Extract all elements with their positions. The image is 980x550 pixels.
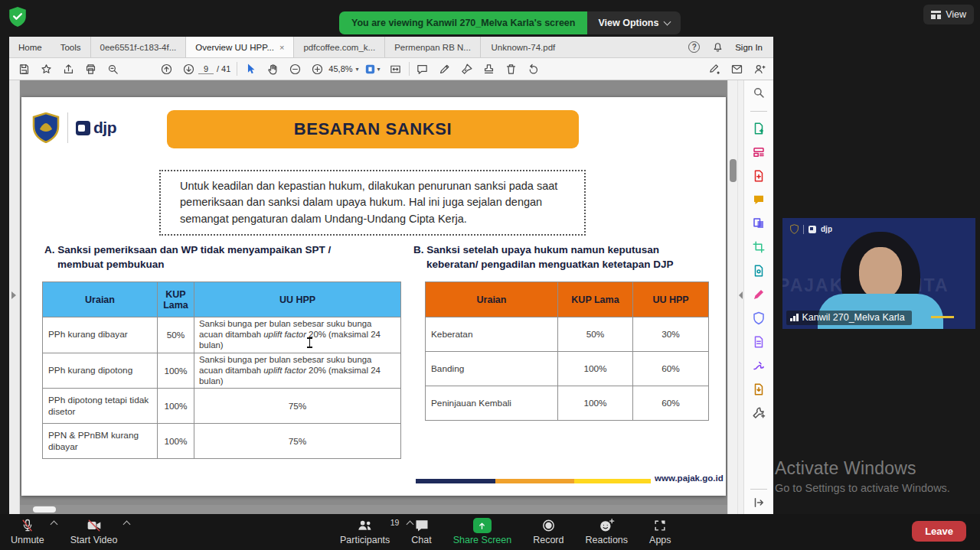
meeting-top-bar: You are viewing Kanwil 270_Melva Karla's… bbox=[0, 0, 980, 37]
comment-icon[interactable] bbox=[416, 62, 430, 76]
tab-tools[interactable]: Tools bbox=[51, 37, 90, 57]
compress-pdf-icon[interactable] bbox=[752, 264, 766, 278]
account-icon[interactable] bbox=[752, 62, 766, 76]
unmute-button[interactable]: Unmute bbox=[11, 516, 44, 545]
participants-button[interactable]: 19 Participants bbox=[340, 516, 390, 545]
document-canvas[interactable]: djp BESARAN SANKSI Untuk keadilan dan ke… bbox=[20, 80, 727, 514]
favorite-star-icon[interactable] bbox=[39, 62, 53, 76]
intro-text: Untuk keadilan dan kepastian hukum, dila… bbox=[180, 178, 565, 226]
fill-sign-icon[interactable] bbox=[752, 359, 766, 373]
record-icon bbox=[541, 518, 557, 533]
kemenkeu-logo bbox=[32, 112, 60, 143]
edit-pdf-icon[interactable] bbox=[752, 288, 766, 301]
table-row: Banding 100% 60% bbox=[426, 352, 709, 386]
table-row: Keberatan 50% 30% bbox=[426, 317, 709, 352]
horizontal-scrollbar[interactable] bbox=[20, 505, 727, 514]
reactions-icon bbox=[598, 518, 616, 533]
sidebar-divider bbox=[750, 111, 767, 112]
record-button[interactable]: Record bbox=[533, 516, 564, 545]
security-shield-icon[interactable] bbox=[8, 6, 28, 28]
share-screen-button[interactable]: Share Screen bbox=[453, 516, 511, 545]
vertical-scroll-thumb[interactable] bbox=[730, 159, 737, 182]
tab-file-4[interactable]: Permenpan RB N... bbox=[384, 37, 480, 57]
page-down-icon[interactable] bbox=[181, 62, 195, 76]
col-header: Uraian bbox=[426, 282, 558, 317]
print-icon[interactable] bbox=[83, 62, 97, 76]
chevron-down-icon[interactable]: ▾ bbox=[377, 66, 381, 73]
tab-home[interactable]: Home bbox=[9, 37, 51, 57]
extract-pages-icon[interactable] bbox=[752, 382, 766, 396]
view-button[interactable]: View bbox=[923, 5, 974, 24]
tab-file-3[interactable]: pdfcoffee.com_k... bbox=[293, 37, 384, 57]
mic-muted-icon bbox=[20, 518, 35, 533]
start-video-button[interactable]: Start Video bbox=[70, 516, 118, 545]
tools-sidebar bbox=[743, 80, 773, 514]
vertical-scrollbar[interactable] bbox=[727, 80, 737, 514]
crop-pages-icon[interactable] bbox=[752, 240, 766, 254]
view-options-button[interactable]: View Options bbox=[587, 11, 681, 34]
participants-count: 19 bbox=[390, 518, 400, 527]
apps-button[interactable]: Apps bbox=[649, 516, 671, 545]
reactions-button[interactable]: Reactions bbox=[585, 516, 628, 545]
tab-file-1[interactable]: 0ee6551f-c183-4f... bbox=[90, 37, 186, 57]
intro-text-box: Untuk keadilan dan kepastian hukum, dila… bbox=[159, 170, 586, 236]
bell-icon[interactable] bbox=[710, 41, 724, 54]
more-tools-icon[interactable] bbox=[752, 406, 766, 420]
save-icon[interactable] bbox=[17, 62, 31, 76]
slide-title: BESARAN SANKSI bbox=[167, 110, 579, 148]
delete-icon[interactable] bbox=[505, 62, 518, 76]
zoom-level-value: 45,8% bbox=[328, 64, 352, 73]
help-icon[interactable]: ? bbox=[688, 41, 700, 53]
collapse-panel-icon[interactable] bbox=[752, 496, 766, 509]
chevron-up-icon[interactable] bbox=[123, 521, 131, 529]
screen-share-banner: You are viewing Kanwil 270_Melva Karla's… bbox=[339, 11, 681, 34]
apps-icon bbox=[652, 518, 668, 533]
organize-pages-icon[interactable] bbox=[752, 145, 766, 159]
table-row: PPh kurang dipotong 100% Sanksi bunga pe… bbox=[43, 353, 401, 389]
signature-icon[interactable] bbox=[460, 62, 474, 76]
chevron-down-icon: ▾ bbox=[356, 66, 359, 73]
sign-in-button[interactable]: Sign In bbox=[735, 43, 763, 52]
right-panel-handle[interactable] bbox=[737, 80, 743, 514]
leave-button[interactable]: Leave bbox=[912, 521, 966, 542]
zoom-level-dropdown[interactable]: 45,8% ▾ bbox=[328, 64, 358, 73]
sidebar-comment-icon[interactable] bbox=[752, 193, 766, 207]
signal-bars-icon bbox=[790, 314, 799, 321]
pen-tools-icon[interactable] bbox=[707, 62, 721, 76]
hand-tool-icon[interactable] bbox=[266, 62, 279, 76]
nav-panel-handle[interactable] bbox=[9, 80, 20, 514]
sidebar-search-icon[interactable] bbox=[752, 86, 766, 99]
table-row: PPh dipotong tetapi tidak disetor 100% 7… bbox=[43, 389, 401, 424]
convert-icon[interactable] bbox=[752, 216, 766, 230]
participant-video-tile[interactable]: PAJAK K KITA PAJAK K KITA PAJAK K KITA d… bbox=[782, 218, 975, 329]
chevron-up-icon[interactable] bbox=[50, 521, 57, 529]
email-icon[interactable] bbox=[730, 62, 743, 76]
chat-button[interactable]: Chat bbox=[411, 516, 431, 545]
text-cursor bbox=[306, 337, 313, 348]
create-pdf-icon[interactable] bbox=[752, 122, 766, 135]
col-header: UU HPP bbox=[194, 282, 401, 317]
share-upload-icon[interactable] bbox=[61, 62, 75, 76]
search-icon[interactable] bbox=[106, 62, 119, 76]
pdf-plus-icon[interactable] bbox=[752, 169, 766, 183]
kemenkeu-logo bbox=[790, 224, 799, 234]
pencil-icon[interactable] bbox=[438, 62, 452, 76]
zoom-out-icon[interactable] bbox=[288, 62, 302, 76]
stamp-icon[interactable] bbox=[482, 62, 496, 76]
pdf-toolbar: 9 / 41 45,8% ▾ ▾ bbox=[9, 58, 773, 80]
slide-footer-url: www.pajak.go.id bbox=[655, 474, 724, 483]
horizontal-scroll-thumb[interactable] bbox=[33, 506, 56, 513]
tab-file-5[interactable]: Unknown-74.pdf bbox=[480, 37, 566, 57]
undo-icon[interactable] bbox=[527, 62, 541, 76]
protect-icon[interactable] bbox=[752, 311, 766, 325]
select-tool-icon[interactable] bbox=[243, 62, 257, 76]
tab-file-2-active[interactable]: Overview UU HPP... × bbox=[185, 37, 293, 57]
fit-width-icon[interactable] bbox=[389, 62, 403, 76]
page-number-input[interactable]: 9 bbox=[198, 64, 214, 74]
close-tab-icon[interactable]: × bbox=[279, 43, 284, 52]
view-options-label: View Options bbox=[598, 18, 658, 28]
form-icon[interactable] bbox=[752, 335, 766, 349]
page-up-icon[interactable] bbox=[159, 62, 173, 76]
zoom-in-icon[interactable] bbox=[310, 62, 324, 76]
fit-page-icon[interactable] bbox=[364, 62, 377, 76]
